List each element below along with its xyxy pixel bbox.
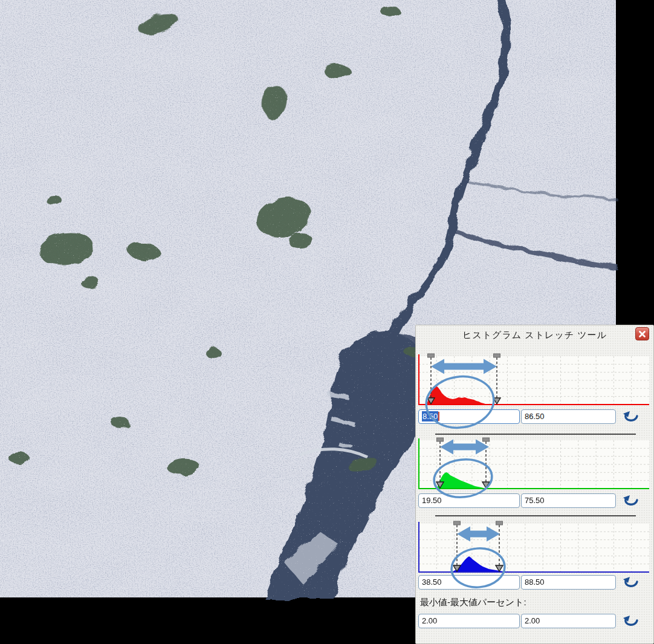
histogram-panel <box>419 524 649 572</box>
histogram-green[interactable] <box>418 438 650 492</box>
min-handle-grip[interactable] <box>428 354 435 357</box>
undo-icon <box>623 409 639 423</box>
close-icon <box>639 331 646 337</box>
undo-icon <box>623 493 639 507</box>
max-handle-grip[interactable] <box>494 354 500 357</box>
reset-button-red[interactable] <box>622 409 640 424</box>
percent-label: 最小値-最大値パーセント: <box>420 597 526 608</box>
min-handle-grip[interactable] <box>437 438 444 441</box>
min-handle-grip[interactable] <box>454 521 461 525</box>
blue-max-input[interactable]: 88.50 <box>521 575 616 590</box>
percent-min-input[interactable]: 2.00 <box>418 614 520 628</box>
red-value-row: 8.50 86.50 <box>416 409 653 424</box>
reset-button-green[interactable] <box>622 493 640 509</box>
dialog-title: ヒストグラム ストレッチ ツール <box>416 330 653 341</box>
text-caret <box>438 412 439 421</box>
green-max-input[interactable]: 75.50 <box>521 493 616 508</box>
histogram-blue[interactable] <box>418 521 650 576</box>
reset-button-percent[interactable] <box>622 613 640 629</box>
histogram-red[interactable] <box>418 354 650 408</box>
red-min-input[interactable]: 8.50 <box>418 409 520 424</box>
max-handle-grip[interactable] <box>483 438 490 441</box>
histogram-stretch-dialog: ヒストグラム ストレッチ ツール 8.50 86.50 19.50 75.50 <box>415 325 654 644</box>
divider <box>435 434 636 435</box>
divider <box>435 515 636 516</box>
max-handle-grip[interactable] <box>496 521 503 525</box>
percent-max-input[interactable]: 2.00 <box>521 614 616 628</box>
percent-row: 2.00 2.00 <box>416 614 653 628</box>
close-button[interactable] <box>635 327 649 340</box>
undo-icon <box>623 613 639 628</box>
red-max-input[interactable]: 86.50 <box>521 409 616 424</box>
blue-value-row: 38.50 88.50 <box>416 575 653 590</box>
reset-button-blue[interactable] <box>622 574 640 590</box>
undo-icon <box>623 574 639 589</box>
